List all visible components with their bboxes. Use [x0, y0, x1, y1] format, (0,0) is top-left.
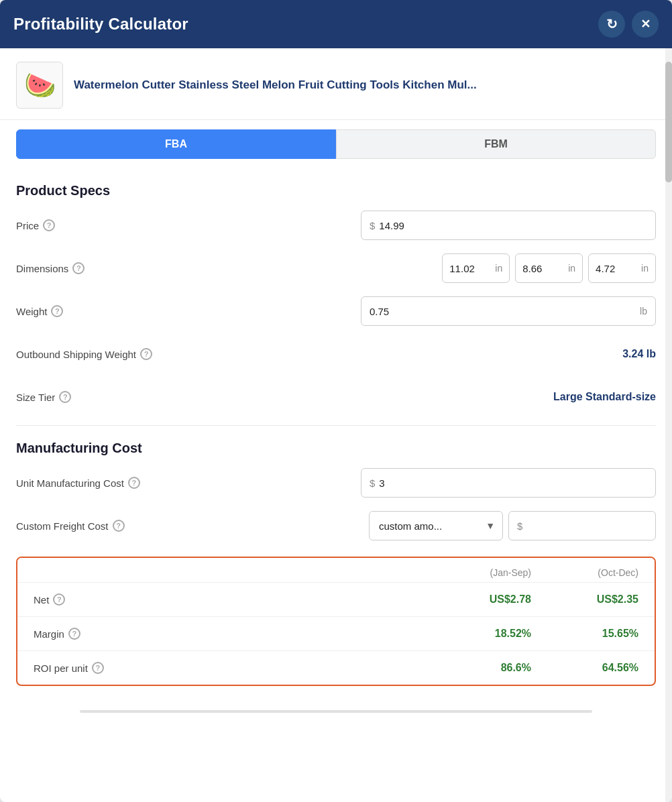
dim1-input[interactable]: [449, 263, 492, 274]
freight-type-select[interactable]: custom amo... per unit percentage: [369, 511, 503, 540]
unit-manufacturing-cost-value: $: [361, 468, 656, 498]
dim3-wrap: in: [588, 253, 656, 283]
results-net-jan: US$2.78: [424, 593, 531, 606]
calculator-window: Profitability Calculator ↻ ✕ 🍉 Watermelo…: [0, 0, 672, 802]
weight-value: lb: [361, 296, 656, 326]
size-tier-row: Size Tier ? Large Standard-size: [16, 382, 656, 412]
refresh-icon: ↻: [606, 16, 618, 32]
unit-manufacturing-cost-input[interactable]: [379, 477, 634, 489]
dim3-unit: in: [641, 263, 649, 274]
freight-select-wrap: custom amo... per unit percentage ▼: [369, 511, 503, 540]
dimensions-label: Dimensions ?: [16, 262, 190, 274]
product-title: Watermelon Cutter Stainless Steel Melon …: [74, 77, 477, 93]
bottom-scroll-hint: [16, 699, 656, 724]
size-tier-help-icon[interactable]: ?: [59, 391, 71, 403]
size-tier-value: Large Standard-size: [553, 391, 656, 403]
tabs-row: FBA FBM: [0, 120, 672, 159]
weight-help-icon[interactable]: ?: [51, 305, 63, 317]
freight-currency-icon: $: [517, 520, 522, 532]
size-tier-label: Size Tier ?: [16, 391, 190, 403]
dim2-input[interactable]: [522, 263, 565, 274]
tab-fbm[interactable]: FBM: [336, 129, 656, 159]
close-icon: ✕: [640, 17, 651, 32]
dim1-wrap: in: [442, 253, 510, 283]
product-row: 🍉 Watermelon Cutter Stainless Steel Melo…: [0, 48, 672, 120]
net-help-icon[interactable]: ?: [53, 593, 65, 606]
weight-input-wrap: lb: [361, 296, 656, 326]
dim3-input[interactable]: [596, 263, 638, 274]
price-row: Price ? $: [16, 211, 656, 240]
scroll-thumb[interactable]: [665, 62, 672, 182]
unit-manufacturing-cost-currency-icon: $: [370, 477, 375, 489]
results-margin-oct: 15.65%: [531, 628, 638, 640]
results-margin-row: Margin ? 18.52% 15.65%: [17, 616, 655, 650]
freight-amount-wrap: $: [508, 511, 656, 540]
roi-help-icon[interactable]: ?: [92, 662, 104, 674]
product-specs-heading: Product Specs: [16, 183, 656, 198]
weight-input[interactable]: [370, 306, 636, 317]
price-currency-icon: $: [370, 220, 375, 231]
app-title: Profitability Calculator: [13, 15, 188, 34]
unit-manufacturing-cost-label: Unit Manufacturing Cost ?: [16, 477, 190, 489]
dim2-wrap: in: [515, 253, 583, 283]
section-divider: [16, 425, 656, 426]
price-label: Price ?: [16, 219, 190, 231]
results-roi-jan: 86.6%: [424, 662, 531, 674]
results-col-oct-header: (Oct-Dec): [531, 567, 638, 578]
manufacturing-cost-heading: Manufacturing Cost: [16, 441, 656, 456]
custom-freight-cost-label: Custom Freight Cost ?: [16, 520, 190, 532]
results-header-row: (Jan-Sep) (Oct-Dec): [17, 558, 655, 582]
scrollbar[interactable]: [665, 48, 672, 802]
product-image-emoji: 🍉: [24, 70, 56, 100]
header: Profitability Calculator ↻ ✕: [0, 0, 672, 48]
product-specs-section: Product Specs Price ? $ Dimensions: [16, 183, 656, 412]
weight-label: Weight ?: [16, 305, 190, 317]
header-actions: ↻ ✕: [598, 11, 659, 38]
results-margin-jan: 18.52%: [424, 628, 531, 640]
refresh-button[interactable]: ↻: [598, 11, 625, 38]
results-net-oct: US$2.35: [531, 593, 638, 606]
results-net-label: Net ?: [34, 593, 424, 606]
manufacturing-cost-section: Manufacturing Cost Unit Manufacturing Co…: [16, 441, 656, 540]
outbound-shipping-static-value: 3.24 lb: [622, 348, 656, 360]
results-box: (Jan-Sep) (Oct-Dec) Net ? US$2.78 US$2.3…: [16, 557, 656, 686]
custom-freight-cost-row: Custom Freight Cost ? custom amo... per …: [16, 511, 656, 540]
results-col-jan-header: (Jan-Sep): [424, 567, 531, 578]
unit-manufacturing-cost-input-wrap: $: [361, 468, 656, 498]
dimensions-row: Dimensions ? in in: [16, 253, 656, 283]
dim1-unit: in: [495, 263, 502, 274]
outbound-shipping-row: Outbound Shipping Weight ? 3.24 lb: [16, 339, 656, 369]
margin-help-icon[interactable]: ?: [68, 628, 80, 640]
freight-amount-input[interactable]: [526, 520, 654, 532]
product-image: 🍉: [16, 62, 63, 109]
content-area: Product Specs Price ? $ Dimensions: [0, 159, 672, 737]
price-value: $: [361, 211, 656, 240]
price-input[interactable]: [379, 220, 634, 231]
results-roi-row: ROI per unit ? 86.6% 64.56%: [17, 650, 655, 685]
weight-unit: lb: [640, 306, 647, 317]
dimensions-help-icon[interactable]: ?: [72, 262, 85, 274]
tab-fba[interactable]: FBA: [16, 129, 336, 159]
unit-manufacturing-cost-row: Unit Manufacturing Cost ? $: [16, 468, 656, 498]
weight-row: Weight ? lb: [16, 296, 656, 326]
outbound-shipping-help-icon[interactable]: ?: [140, 348, 152, 360]
size-tier-static-value: Large Standard-size: [553, 391, 656, 403]
close-button[interactable]: ✕: [632, 11, 659, 38]
dims-group: in in in: [442, 253, 656, 283]
bottom-scroll-bar: [80, 710, 592, 713]
unit-manufacturing-cost-help-icon[interactable]: ?: [128, 477, 140, 489]
results-roi-label: ROI per unit ?: [34, 662, 424, 674]
dim2-unit: in: [568, 263, 575, 274]
price-input-wrap: $: [361, 211, 656, 240]
outbound-shipping-label: Outbound Shipping Weight ?: [16, 348, 190, 360]
freight-row: custom amo... per unit percentage ▼ $: [369, 511, 656, 540]
results-margin-label: Margin ?: [34, 628, 424, 640]
results-net-row: Net ? US$2.78 US$2.35: [17, 582, 655, 616]
results-roi-oct: 64.56%: [531, 662, 638, 674]
custom-freight-cost-value: custom amo... per unit percentage ▼ $: [369, 511, 656, 540]
price-help-icon[interactable]: ?: [43, 219, 55, 231]
outbound-shipping-value: 3.24 lb: [622, 348, 656, 360]
custom-freight-cost-help-icon[interactable]: ?: [113, 520, 125, 532]
dimensions-value: in in in: [442, 253, 656, 283]
